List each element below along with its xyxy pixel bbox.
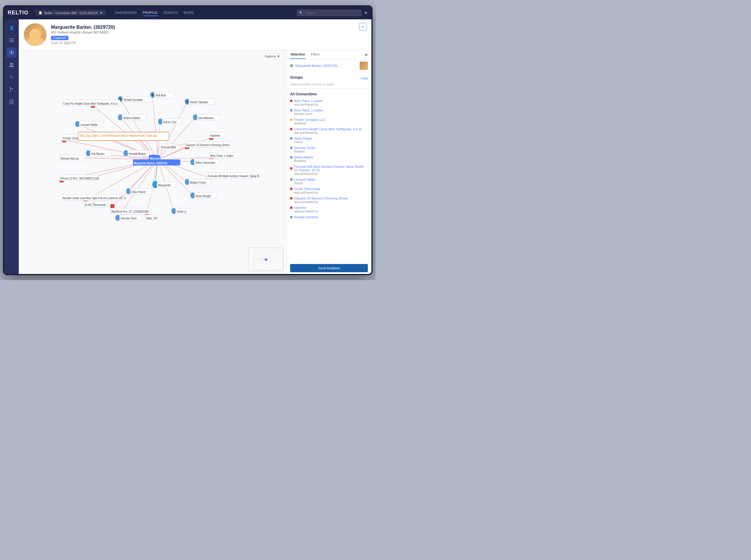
graph-options-button[interactable]: Options ▼: [261, 53, 283, 60]
avatar: [23, 23, 47, 46]
connection-relation: was purchased by: [290, 103, 368, 106]
svg-point-15: [10, 91, 11, 92]
profile-entity-id: Entity ID: KlgZkTM: [51, 41, 355, 45]
graph-minimap: [248, 247, 283, 271]
svg-point-3: [11, 52, 12, 53]
svg-text:Shakira Barker: Shakira Barker: [123, 116, 141, 119]
connection-item[interactable]: Formula 409 Multi-Surface Cleaner, Spray…: [287, 164, 371, 177]
svg-text:Thomas Moh: Thomas Moh: [161, 145, 176, 149]
sidebar-item-person[interactable]: 👤: [6, 23, 16, 33]
svg-line-11: [12, 52, 13, 52]
connection-item[interactable]: Dennise SmithRelative: [287, 145, 371, 154]
selection-item[interactable]: Marguerite Barker, (3029720): [287, 59, 371, 73]
graph-area[interactable]: Options ▼: [19, 50, 286, 274]
svg-rect-0: [9, 38, 14, 39]
connection-dot: [290, 178, 292, 181]
svg-text:Ronald Goodwin: Ronald Goodwin: [123, 98, 143, 101]
svg-point-9: [9, 51, 10, 52]
connection-dot: [290, 137, 292, 140]
profile-info: Marguerite Barker, (3029720) 401 Retbom …: [51, 25, 355, 45]
svg-text:GLAS Thermostat: GLAS Thermostat: [85, 203, 106, 206]
app-logo: RELTIO: [8, 10, 28, 16]
connection-name: Dean Parker: [294, 137, 312, 140]
svg-rect-1: [9, 40, 14, 40]
connection-dot: [290, 128, 292, 130]
tab-selection[interactable]: Selection: [290, 50, 306, 59]
sidebar-item-checklist[interactable]: [6, 97, 16, 107]
connection-dot: [290, 167, 292, 169]
svg-text:Formula 409 Multi-Surface Clea: Formula 409 Multi-Surface Cleaner, Spray…: [208, 174, 261, 178]
selection-avatar: [360, 62, 368, 70]
connection-name: Leonard Wade: [294, 178, 316, 181]
right-panel: Selection Filters ▶ Marguerite Barker, (…: [286, 50, 371, 274]
svg-text:Neiman Marcus: Neiman Marcus: [60, 156, 79, 160]
connection-item[interactable]: Ronald Goodwin: [287, 214, 371, 220]
connection-relation: Business: [290, 159, 368, 162]
sidebar-item-branch[interactable]: [6, 84, 16, 95]
svg-point-7: [11, 54, 12, 55]
connection-item[interactable]: Behr Paint, 1 Gallonfavorite coach: [287, 107, 371, 117]
search-input[interactable]: [297, 10, 361, 16]
sidebar-item-people[interactable]: [6, 60, 16, 70]
all-connections-section: All Connections Behr Paint, 1 Gallonwas …: [287, 88, 371, 262]
connection-dot: [290, 188, 292, 190]
connection-relation: favorite coach: [290, 112, 368, 116]
connection-item[interactable]: Elena AdamsBusiness: [287, 154, 371, 164]
nav-profile[interactable]: PROFILE: [143, 10, 158, 16]
connection-name: GLAS Thermostat: [294, 187, 320, 191]
nav-search[interactable]: SEARCH: [163, 10, 178, 16]
svg-point-13: [12, 63, 13, 65]
filter-icon[interactable]: ▼: [364, 11, 368, 15]
connection-item[interactable]: Fricker Company LLCemployer: [287, 117, 371, 126]
breadcrumb-text: Reltio - Consumer 360 - GUS-SALES: [44, 11, 98, 15]
svg-text:Hammer: Hammer: [210, 134, 221, 137]
sidebar-item-refresh[interactable]: ↻: [6, 72, 16, 82]
groups-add-button[interactable]: + Add: [360, 77, 368, 80]
connection-item[interactable]: Crest Pro-Health Clean Mint Toothpaste, …: [287, 126, 371, 136]
send-feedback-button[interactable]: Send feedback: [290, 264, 368, 272]
tab-filters[interactable]: Filters: [310, 50, 320, 59]
top-search-area: 🔍 ▼: [297, 10, 368, 16]
connection-item[interactable]: Leonard WadeFriend: [287, 177, 371, 186]
connection-item[interactable]: Hammerwas purchased by: [287, 205, 371, 214]
svg-point-87: [186, 100, 188, 103]
profile-header: Marguerite Barker, (3029720) 401 Retbom …: [19, 19, 371, 50]
svg-text:Dean Parker: Dean Parker: [131, 190, 146, 193]
right-panel-tabs: Selection Filters ▶: [287, 50, 371, 59]
breadcrumb[interactable]: 📋 Reltio - Consumer 360 - GUS-SALES ▼: [36, 10, 106, 16]
svg-text:Nicole Zabziato: Nicole Zabziato: [190, 100, 208, 104]
sidebar-item-graph[interactable]: [6, 47, 16, 58]
svg-text:Leonard Wade: Leonard Wade: [80, 123, 97, 126]
connection-relation: was purchased by: [290, 131, 368, 134]
nav-more[interactable]: MORE: [184, 10, 194, 16]
connection-name: Fricker Company LLC: [294, 118, 326, 121]
svg-point-86: [152, 94, 154, 96]
right-panel-expand-icon[interactable]: ▶: [365, 53, 368, 57]
svg-point-4: [11, 50, 12, 51]
connection-item[interactable]: GLAS Thermostatwas purchased by: [287, 186, 371, 195]
nav-dashboard[interactable]: DASHBOARD: [115, 10, 137, 16]
groups-placeholder: Select checkbox to view on graph: [290, 83, 334, 86]
connection-item[interactable]: Glycerin 15 Women's Running Shoeswas pur…: [287, 195, 371, 205]
connections-title: All Connections: [287, 91, 371, 98]
svg-text:Marguerite Barker, (3029720): Marguerite Barker, (3029720): [134, 161, 167, 164]
main-layout: 👤: [4, 19, 371, 274]
connections-list: Behr Paint, 1 Gallonwas purchased byBehr…: [287, 98, 371, 220]
svg-text:Dean Deeger: Dean Deeger: [196, 194, 211, 197]
svg-text:Kira Melonee: Kira Melonee: [198, 116, 214, 119]
svg-point-12: [10, 63, 12, 65]
connection-dot: [290, 197, 292, 199]
profile-add-button[interactable]: +: [359, 23, 367, 31]
connection-dot: [290, 147, 292, 149]
svg-text:Glycerin 15 Women's Running Sh: Glycerin 15 Women's Running Shoes: [186, 143, 229, 146]
connection-dot: [290, 216, 292, 218]
sidebar-item-list[interactable]: [6, 35, 16, 45]
svg-point-5: [13, 51, 14, 52]
connection-item[interactable]: Behr Paint, 1 Gallonwas purchased by: [287, 98, 371, 107]
svg-text:Salino Sanomato: Salino Sanomato: [196, 161, 215, 164]
breadcrumb-icon: 📋: [38, 11, 43, 15]
connection-item[interactable]: Dean ParkerFriend: [287, 136, 371, 145]
svg-text:Task, Days Open: 5, Send follo: Task, Days Open: 5, Send follow-up email…: [79, 134, 158, 137]
svg-rect-2: [9, 41, 14, 42]
connection-relation: Friend: [290, 141, 368, 144]
